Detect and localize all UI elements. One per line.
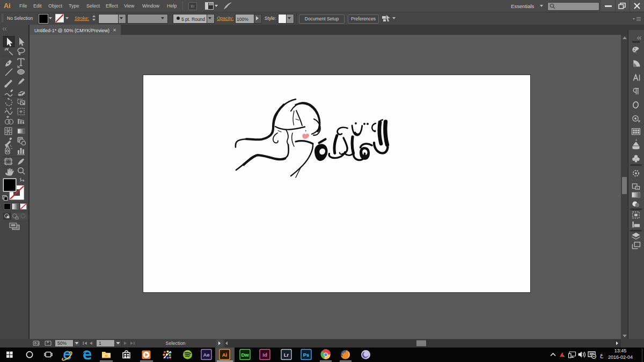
svg-text:50%: 50%: [57, 341, 67, 346]
svg-text:Selection: Selection: [165, 341, 185, 346]
svg-text:1: 1: [99, 341, 101, 346]
